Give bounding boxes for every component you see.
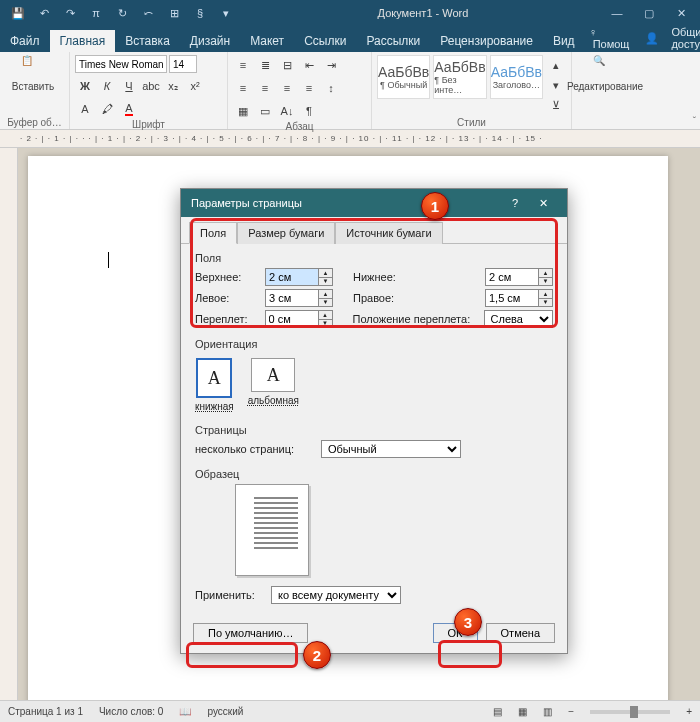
spin-up-icon[interactable]: ▲ xyxy=(319,311,332,320)
cancel-button[interactable]: Отмена xyxy=(486,623,555,643)
qat-icon[interactable]: π xyxy=(86,3,106,23)
zoom-in-icon[interactable]: + xyxy=(686,706,692,717)
justify-button[interactable]: ≡ xyxy=(299,78,319,98)
qat-dropdown-icon[interactable]: ▾ xyxy=(216,3,236,23)
gutter-pos-combo[interactable]: Слева xyxy=(484,310,554,328)
zoom-out-icon[interactable]: − xyxy=(568,706,574,717)
ok-button[interactable]: ОК xyxy=(433,623,478,643)
margin-left-input[interactable] xyxy=(265,289,319,307)
orientation-portrait[interactable]: A книжная xyxy=(195,358,234,412)
tab-mailings[interactable]: Рассылки xyxy=(356,30,430,52)
underline-button[interactable]: Ч xyxy=(119,76,139,96)
spin-down-icon[interactable]: ▼ xyxy=(539,278,552,286)
bold-button[interactable]: Ж xyxy=(75,76,95,96)
borders-button[interactable]: ▭ xyxy=(255,101,275,121)
undo-icon[interactable]: ↶ xyxy=(34,3,54,23)
spin-up-icon[interactable]: ▲ xyxy=(539,290,552,299)
spin-down-icon[interactable]: ▼ xyxy=(319,320,332,328)
margin-bottom-input[interactable] xyxy=(485,268,539,286)
spin-down-icon[interactable]: ▼ xyxy=(539,299,552,307)
orientation-landscape[interactable]: A альбомная xyxy=(248,358,299,412)
margin-top-spinner[interactable]: ▲▼ xyxy=(265,268,333,286)
sup-button[interactable]: x² xyxy=(185,76,205,96)
zoom-slider[interactable] xyxy=(590,710,670,714)
status-lang[interactable]: русский xyxy=(207,706,243,717)
margin-top-input[interactable] xyxy=(265,268,319,286)
font-name-combo[interactable] xyxy=(75,55,167,73)
redo-icon[interactable]: ↷ xyxy=(60,3,80,23)
tab-home[interactable]: Главная xyxy=(50,30,116,52)
sub-button[interactable]: x₂ xyxy=(163,76,183,96)
effects-button[interactable]: A xyxy=(75,99,95,119)
dialog-help-icon[interactable]: ? xyxy=(501,191,529,215)
collapse-ribbon-icon[interactable]: ˇ xyxy=(693,116,696,127)
tab-insert[interactable]: Вставка xyxy=(115,30,180,52)
status-page[interactable]: Страница 1 из 1 xyxy=(8,706,83,717)
highlight-button[interactable]: 🖍 xyxy=(97,99,117,119)
dialog-close-icon[interactable]: ✕ xyxy=(529,191,557,215)
multilevel-button[interactable]: ⊟ xyxy=(277,55,297,75)
tab-file[interactable]: Файл xyxy=(0,30,50,52)
tab-view[interactable]: Вид xyxy=(543,30,585,52)
default-button[interactable]: По умолчанию… xyxy=(193,623,308,643)
tab-design[interactable]: Дизайн xyxy=(180,30,240,52)
style-nospacing[interactable]: АаБбВв ¶ Без инте… xyxy=(433,55,486,99)
font-color-button[interactable]: A xyxy=(119,99,139,119)
margin-left-spinner[interactable]: ▲▼ xyxy=(265,289,333,307)
spin-down-icon[interactable]: ▼ xyxy=(319,278,332,286)
shading-button[interactable]: ▦ xyxy=(233,101,253,121)
tab-margins[interactable]: Поля xyxy=(189,222,237,244)
close-icon[interactable]: ✕ xyxy=(666,2,696,24)
spin-up-icon[interactable]: ▲ xyxy=(539,269,552,278)
tab-source[interactable]: Источник бумаги xyxy=(335,222,442,244)
line-spacing-button[interactable]: ↕ xyxy=(321,78,341,98)
tab-references[interactable]: Ссылки xyxy=(294,30,356,52)
minimize-icon[interactable]: — xyxy=(602,2,632,24)
maximize-icon[interactable]: ▢ xyxy=(634,2,664,24)
margin-bottom-spinner[interactable]: ▲▼ xyxy=(485,268,553,286)
paste-button[interactable]: 📋 Вставить xyxy=(5,55,61,92)
margin-right-input[interactable] xyxy=(485,289,539,307)
apply-to-combo[interactable]: ко всему документу xyxy=(271,586,401,604)
editing-button[interactable]: 🔍 Редактирование xyxy=(577,55,633,92)
indent-less-button[interactable]: ⇤ xyxy=(299,55,319,75)
account-icon[interactable]: 👤 xyxy=(641,30,663,47)
show-marks-button[interactable]: ¶ xyxy=(299,101,319,121)
qat-icon[interactable]: § xyxy=(190,3,210,23)
bullets-button[interactable]: ≡ xyxy=(233,55,253,75)
align-left-button[interactable]: ≡ xyxy=(233,78,253,98)
numbering-button[interactable]: ≣ xyxy=(255,55,275,75)
spin-down-icon[interactable]: ▼ xyxy=(319,299,332,307)
align-center-button[interactable]: ≡ xyxy=(255,78,275,98)
margin-right-spinner[interactable]: ▲▼ xyxy=(485,289,553,307)
dialog-titlebar[interactable]: Параметры страницы ? ✕ xyxy=(181,189,567,217)
tell-me[interactable]: ♀ Помощ xyxy=(585,24,638,52)
multipage-combo[interactable]: Обычный xyxy=(321,440,461,458)
view-read-icon[interactable]: ▤ xyxy=(493,706,502,717)
save-icon[interactable]: 💾 xyxy=(8,3,28,23)
style-normal[interactable]: АаБбВв ¶ Обычный xyxy=(377,55,430,99)
italic-button[interactable]: К xyxy=(97,76,117,96)
indent-more-button[interactable]: ⇥ xyxy=(321,55,341,75)
status-proofing-icon[interactable]: 📖 xyxy=(179,706,191,717)
tab-paper[interactable]: Размер бумаги xyxy=(237,222,335,244)
styles-down-icon[interactable]: ▾ xyxy=(546,75,566,95)
qat-icon[interactable]: ↻ xyxy=(112,3,132,23)
spin-up-icon[interactable]: ▲ xyxy=(319,269,332,278)
gutter-input[interactable] xyxy=(265,310,319,328)
qat-icon[interactable]: ⤺ xyxy=(138,3,158,23)
styles-more-icon[interactable]: ⊻ xyxy=(546,95,566,115)
view-web-icon[interactable]: ▥ xyxy=(543,706,552,717)
gutter-spinner[interactable]: ▲▼ xyxy=(265,310,333,328)
tab-layout[interactable]: Макет xyxy=(240,30,294,52)
strike-button[interactable]: abc xyxy=(141,76,161,96)
style-heading[interactable]: АаБбВв Заголово… xyxy=(490,55,543,99)
styles-up-icon[interactable]: ▴ xyxy=(546,55,566,75)
view-print-icon[interactable]: ▦ xyxy=(518,706,527,717)
spin-up-icon[interactable]: ▲ xyxy=(319,290,332,299)
font-size-combo[interactable] xyxy=(169,55,197,73)
share-button[interactable]: Общий доступ xyxy=(667,24,700,52)
vertical-ruler[interactable] xyxy=(0,148,18,700)
tab-review[interactable]: Рецензирование xyxy=(430,30,543,52)
horizontal-ruler[interactable]: · 2 · | · 1 · | · · · | · 1 · | · 2 · | … xyxy=(0,130,700,148)
